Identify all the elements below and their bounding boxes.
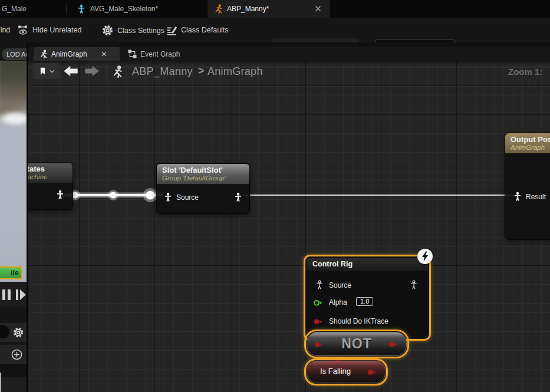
pose-pin-in-icon[interactable] [513, 192, 522, 201]
details-row [0, 345, 27, 364]
nav-back-button[interactable] [63, 65, 78, 77]
event-graph-icon [128, 50, 137, 58]
pose-pin-out-icon[interactable] [233, 192, 243, 202]
details-row [0, 323, 27, 342]
preview-playback-bar [0, 282, 27, 307]
class-defaults-button[interactable]: Class Defaults [166, 24, 229, 36]
tab-label: AVG_Male_Skeleton* [90, 5, 158, 13]
pose-pin-in-icon[interactable] [163, 192, 173, 202]
tab-avg-male-skeleton[interactable]: AVG_Male_Skeleton* [77, 0, 158, 18]
fast-path-badge [417, 249, 433, 264]
graph-canvas[interactable]: States Machine Slot 'DefaultSlot' Group … [27, 61, 550, 392]
node-title: States [27, 164, 67, 173]
pin-label: Source [176, 193, 199, 202]
bool-pin-in-icon[interactable] [314, 341, 324, 348]
graph-tab-well: AnimGraph Event Graph [27, 47, 550, 61]
pose-pin-out-icon[interactable] [409, 280, 419, 289]
wire-layer [27, 61, 550, 392]
node-output-pose[interactable]: Output Pose AnimGraph Result [505, 133, 550, 240]
node-state-machine[interactable]: States Machine [27, 162, 73, 210]
node-title: Control Rig [312, 260, 422, 268]
close-icon[interactable] [101, 51, 107, 57]
float-pin-icon[interactable] [314, 299, 322, 307]
breadcrumb-asset[interactable]: ABP_Manny [132, 65, 193, 78]
tab-abp-manny[interactable]: ABP_Manny* [208, 0, 330, 18]
skeleton-icon [77, 4, 86, 14]
panel-gap [0, 364, 27, 377]
gear-icon [101, 24, 114, 37]
panel-footer [0, 377, 27, 392]
class-defaults-icon [166, 24, 177, 36]
pause-icon[interactable] [2, 289, 12, 300]
gear-icon[interactable] [12, 327, 24, 338]
tab-label: G_Male [2, 5, 27, 13]
node-title: Slot 'DefaultSlot' [162, 166, 244, 174]
nav-forward-button[interactable] [84, 65, 100, 77]
bookmarks-dropdown[interactable] [34, 63, 60, 79]
asset-tab-bar: G_Male AVG_Male_Skeleton* ABP_Manny* [0, 0, 550, 18]
node-subtitle: AnimGraph [511, 144, 550, 151]
panel-splitter[interactable] [27, 42, 28, 392]
viewport-scene [0, 61, 27, 282]
tab-event-graph[interactable]: Event Graph [123, 47, 185, 61]
tab-g-male[interactable]: G_Male [2, 0, 27, 18]
node-slot-defaultslot[interactable]: Slot 'DefaultSlot' Group 'DefaultGroup' … [156, 163, 250, 214]
node-title: Output Pose [511, 135, 550, 144]
preview-viewport-sliver: LOD Au ile [0, 42, 27, 392]
zoom-level-label: Zoom 1: [508, 67, 542, 77]
nav-separator [105, 65, 106, 78]
scrollbar-sliver[interactable] [0, 373, 1, 392]
add-icon[interactable] [11, 349, 22, 360]
hide-unrelated-icon [17, 24, 29, 36]
node-control-rig[interactable]: Control Rig Source Alpha 1.0 Should Do I… [304, 255, 431, 341]
lod-selector-pill[interactable]: LOD Au [2, 48, 27, 60]
pin-label: Should Do IKTrace [329, 317, 388, 325]
graph-editor-panel: AnimGraph Event Graph [27, 42, 550, 392]
breadcrumb-separator: > [198, 65, 205, 77]
node-title: Is Falling [320, 367, 351, 375]
node-not[interactable]: NOT [304, 330, 409, 358]
bool-pin-out-icon[interactable] [388, 341, 398, 348]
node-is-falling[interactable]: Is Falling [304, 358, 388, 386]
compile-button[interactable]: ile [0, 266, 22, 279]
bool-pin-out-icon[interactable] [367, 369, 377, 376]
pose-pin-out-icon[interactable] [55, 190, 65, 199]
find-button[interactable]: Find [0, 26, 10, 34]
pin-label: Source [329, 281, 351, 289]
tab-animgraph[interactable]: AnimGraph [34, 47, 120, 61]
blueprint-toolbar: Find Hide Unrelated Class Settings Cla [0, 18, 550, 43]
tab-separator [66, 4, 67, 14]
pose-pin-in-icon[interactable] [315, 280, 324, 289]
search-pill[interactable] [0, 325, 9, 338]
lightning-icon [421, 251, 429, 262]
step-icon[interactable] [16, 289, 27, 300]
runner-icon [213, 4, 223, 14]
pin-label: Result [526, 193, 546, 201]
runner-icon [39, 50, 48, 58]
close-icon[interactable] [315, 5, 321, 12]
pin-label: Alpha [329, 298, 347, 307]
ue-animation-blueprint-editor: G_Male AVG_Male_Skeleton* ABP_Manny* Fin… [0, 0, 550, 392]
chevron-down-icon [50, 70, 55, 73]
tab-label: ABP_Manny* [227, 5, 269, 13]
class-settings-button[interactable]: Class Settings [101, 24, 164, 37]
breadcrumb-graph[interactable]: AnimGraph [208, 65, 263, 78]
alpha-value-input[interactable]: 1.0 [356, 297, 373, 306]
node-subtitle: Machine [27, 173, 67, 180]
bookmark-icon [39, 67, 47, 75]
hide-unrelated-button[interactable]: Hide Unrelated [17, 24, 81, 36]
bool-pin-icon[interactable] [314, 318, 322, 325]
node-subtitle: Group 'DefaultGroup' [162, 174, 244, 182]
viewport-preview-image[interactable] [0, 61, 27, 282]
runner-icon [111, 65, 123, 78]
